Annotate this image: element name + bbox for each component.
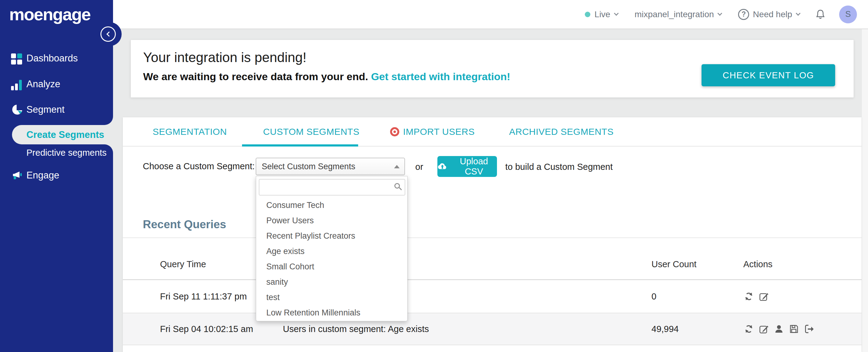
recent-queries-heading: Recent Queries xyxy=(143,218,226,231)
red-target-dot-icon xyxy=(390,127,399,136)
tab-bar: SEGMENTATION CUSTOM SEGMENTS IMPORT USER… xyxy=(123,117,862,147)
banner-message-text: We are waiting to receive data from your… xyxy=(143,71,368,82)
segments-card: SEGMENTATION CUSTOM SEGMENTS IMPORT USER… xyxy=(123,117,862,352)
or-text: or xyxy=(415,162,423,172)
tab-segmentation[interactable]: SEGMENTATION xyxy=(153,127,227,137)
divider xyxy=(123,237,862,238)
environment-label: Live xyxy=(595,9,610,19)
table-row: Fri Sep 11 1:11:37 pm 0 xyxy=(123,280,862,313)
active-tab-underline xyxy=(242,145,358,147)
grid-icon xyxy=(11,52,23,64)
sidebar-item-label: Segment xyxy=(26,104,64,115)
query-time-cell: Fri Sep 11 1:11:37 pm xyxy=(160,291,247,301)
moengage-logo: moengage xyxy=(9,4,90,24)
dropdown-option[interactable]: Low Retention Millennials xyxy=(256,305,407,320)
sidebar-item-label: Analyze xyxy=(26,78,60,90)
active-pill-corner xyxy=(104,117,113,125)
custom-segment-select[interactable]: Select Custom Segments xyxy=(256,158,405,175)
dropdown-option[interactable]: Recent Playlist Creators xyxy=(256,228,407,244)
sidebar-item-create-segments[interactable]: Create Segments xyxy=(26,125,104,145)
project-name: mixpanel_integration xyxy=(634,9,714,19)
dropdown-option[interactable]: Age exists xyxy=(256,244,407,259)
chevron-down-icon xyxy=(796,11,801,16)
edit-icon[interactable] xyxy=(758,291,769,301)
user-count-cell: 0 xyxy=(651,291,656,301)
col-header-user-count: User Count xyxy=(651,259,696,269)
sidebar-item-analyze[interactable]: Analyze xyxy=(0,75,113,93)
sidebar-item-predictive-segments[interactable]: Predictive segments xyxy=(26,145,106,161)
row-actions xyxy=(744,324,814,334)
select-value: Select Custom Segments xyxy=(262,162,355,171)
project-dropdown[interactable]: mixpanel_integration xyxy=(634,9,721,19)
integration-banner: Your integration is pending! We are wait… xyxy=(130,40,854,98)
col-header-actions: Actions xyxy=(743,259,773,269)
sidebar-item-engage[interactable]: Engage xyxy=(0,166,113,185)
chevron-left-icon xyxy=(106,32,112,37)
sidebar: moengage Dashboards Analyze Segment xyxy=(0,0,113,352)
avatar[interactable]: S xyxy=(839,5,857,23)
sidebar-item-label: Dashboards xyxy=(26,53,78,64)
col-header-query-time: Query Time xyxy=(160,259,206,269)
divider xyxy=(123,345,862,345)
dropdown-option[interactable]: sanity xyxy=(256,274,407,290)
sidebar-item-dashboards[interactable]: Dashboards xyxy=(0,49,113,68)
top-header: Live mixpanel_integration ? Need help S xyxy=(113,0,868,29)
tab-import-users-label: IMPORT USERS xyxy=(403,127,474,137)
user-icon[interactable] xyxy=(774,324,784,334)
tab-archived-segments[interactable]: ARCHIVED SEGMENTS xyxy=(509,127,613,137)
sidebar-item-label: Engage xyxy=(26,170,59,181)
chevron-down-icon xyxy=(717,11,722,16)
save-icon[interactable] xyxy=(789,324,799,334)
pie-chart-icon xyxy=(11,103,23,116)
page: moengage Dashboards Analyze Segment xyxy=(0,0,868,352)
refresh-icon[interactable] xyxy=(744,324,754,334)
export-icon[interactable] xyxy=(804,324,814,334)
row-actions xyxy=(744,291,769,301)
tab-import-users[interactable]: IMPORT USERS xyxy=(390,127,474,137)
sidebar-item-segment[interactable]: Segment xyxy=(0,100,113,119)
query-time-cell: Fri Sep 04 10:02:15 am xyxy=(160,324,253,334)
segment-search-input[interactable] xyxy=(259,179,405,195)
megaphone-icon xyxy=(11,169,23,182)
environment-dropdown[interactable]: Live xyxy=(585,9,618,19)
banner-title: Your integration is pending! xyxy=(143,50,307,65)
question-circle-icon: ? xyxy=(738,9,749,20)
get-started-link[interactable]: Get started with integration! xyxy=(371,71,510,82)
build-segment-text: to build a Custom Segment xyxy=(505,162,613,172)
need-help-label: Need help xyxy=(753,9,792,19)
dropdown-option[interactable]: Power Users xyxy=(256,213,407,228)
sidebar-collapse-button[interactable] xyxy=(100,26,116,42)
custom-segments-dropdown: Consumer Tech Power Users Recent Playlis… xyxy=(256,176,408,321)
check-event-log-button[interactable]: CHECK EVENT LOG xyxy=(702,64,835,86)
bar-chart-icon xyxy=(11,78,23,90)
upload-csv-button[interactable]: Upload CSV xyxy=(437,156,497,177)
tab-custom-segments[interactable]: CUSTOM SEGMENTS xyxy=(263,127,360,137)
live-status-dot xyxy=(585,12,590,17)
upload-csv-label: Upload CSV xyxy=(451,156,497,177)
choose-segment-label: Choose a Custom Segment: xyxy=(143,161,255,171)
scrollbar-track[interactable] xyxy=(862,29,868,352)
dropdown-option[interactable]: Consumer Tech xyxy=(256,197,407,213)
user-count-cell: 49,994 xyxy=(651,324,679,334)
chevron-down-icon xyxy=(614,11,619,16)
refresh-icon[interactable] xyxy=(744,291,754,301)
table-row: Fri Sep 04 10:02:15 am Users in custom s… xyxy=(123,313,862,345)
edit-icon[interactable] xyxy=(758,324,769,334)
banner-message: We are waiting to receive data from your… xyxy=(143,71,510,83)
caret-up-icon xyxy=(394,165,400,168)
cloud-upload-icon xyxy=(437,162,447,171)
dropdown-option[interactable]: test xyxy=(256,290,407,305)
search-icon xyxy=(394,183,400,189)
dropdown-option[interactable]: Small Cohort xyxy=(256,259,407,274)
bell-icon[interactable] xyxy=(814,8,826,21)
query-cell: Users in custom segment: Age exists xyxy=(283,324,429,334)
dropdown-options: Consumer Tech Power Users Recent Playlis… xyxy=(256,197,407,320)
need-help-dropdown[interactable]: ? Need help xyxy=(738,9,800,20)
